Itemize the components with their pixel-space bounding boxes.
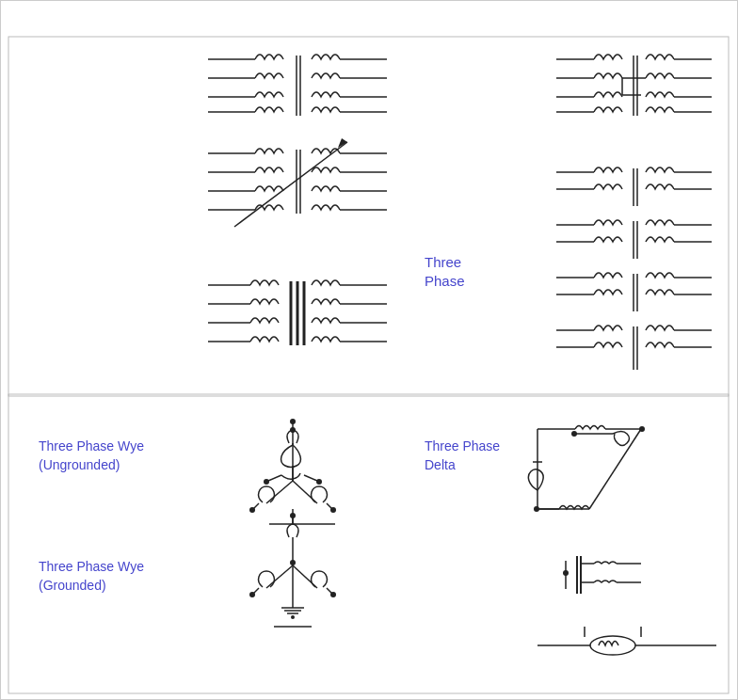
label-three-phase-delta: Three PhaseDelta — [425, 438, 500, 474]
svg-point-87 — [330, 507, 336, 513]
svg-line-98 — [327, 588, 332, 594]
svg-line-21 — [234, 142, 347, 227]
svg-point-75 — [264, 479, 269, 485]
svg-line-83 — [253, 503, 259, 509]
svg-point-110 — [639, 426, 645, 432]
main-drawing: .line { stroke: #222; stroke-width: 1.5;… — [1, 1, 738, 700]
svg-point-99 — [330, 592, 336, 597]
svg-point-93 — [290, 513, 296, 518]
svg-point-104 — [291, 615, 295, 619]
svg-line-77 — [304, 475, 317, 481]
svg-point-91 — [290, 560, 296, 565]
svg-line-85 — [293, 481, 317, 503]
svg-point-126 — [590, 636, 635, 655]
svg-line-86 — [327, 503, 332, 509]
svg-line-111 — [589, 429, 641, 509]
label-three-phase-wye-g: Three Phase Wye(Grounded) — [39, 558, 144, 595]
svg-line-82 — [266, 481, 293, 503]
svg-point-113 — [534, 506, 539, 512]
label-three-phase-wye-ug: Three Phase Wye(Ungrounded) — [39, 438, 144, 474]
svg-point-118 — [563, 570, 569, 576]
svg-marker-22 — [338, 138, 347, 148]
svg-line-94 — [266, 565, 293, 588]
svg-point-78 — [316, 479, 322, 485]
svg-point-96 — [249, 592, 255, 597]
svg-rect-0 — [8, 37, 729, 396]
label-three-phase: ThreePhase — [425, 253, 465, 290]
page-title — [1, 1, 737, 18]
svg-point-107 — [571, 431, 577, 437]
svg-point-81 — [290, 419, 296, 424]
svg-line-74 — [268, 475, 281, 481]
svg-line-95 — [253, 588, 259, 594]
svg-point-73 — [290, 427, 296, 433]
svg-line-97 — [293, 565, 317, 588]
svg-point-84 — [249, 507, 255, 513]
